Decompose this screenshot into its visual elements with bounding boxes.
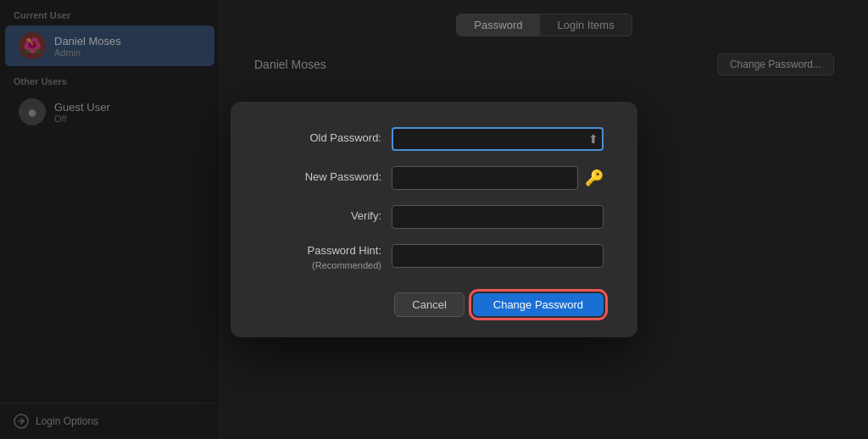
old-password-input[interactable]: [392, 127, 604, 151]
old-password-row: Old Password: ⬆: [264, 127, 604, 151]
new-password-wrapper: [392, 166, 578, 190]
new-password-input[interactable]: [392, 166, 578, 190]
hint-input[interactable]: [392, 244, 604, 268]
verify-input[interactable]: [392, 205, 604, 229]
modal-overlay: Old Password: ⬆ New Password: 🔑 Verify:: [0, 0, 868, 439]
hint-label: Password Hint: (Recommended): [264, 244, 392, 273]
old-password-icon: ⬆: [588, 132, 598, 146]
hint-wrapper: [392, 244, 604, 268]
change-password-button[interactable]: Change Password: [473, 293, 604, 316]
new-password-label: New Password:: [264, 170, 392, 185]
dialog-buttons: Cancel Change Password: [264, 292, 604, 317]
change-password-dialog: Old Password: ⬆ New Password: 🔑 Verify:: [231, 102, 637, 338]
new-password-row: New Password: 🔑: [264, 166, 604, 190]
hint-row: Password Hint: (Recommended): [264, 244, 604, 273]
old-password-label: Old Password:: [264, 131, 392, 146]
cancel-button[interactable]: Cancel: [394, 292, 464, 317]
verify-label: Verify:: [264, 209, 392, 224]
verify-row: Verify:: [264, 205, 604, 229]
old-password-wrapper: ⬆: [392, 127, 604, 151]
key-icon: 🔑: [585, 169, 604, 187]
key-icon-wrapper: 🔑: [585, 169, 604, 187]
verify-wrapper: [392, 205, 604, 229]
